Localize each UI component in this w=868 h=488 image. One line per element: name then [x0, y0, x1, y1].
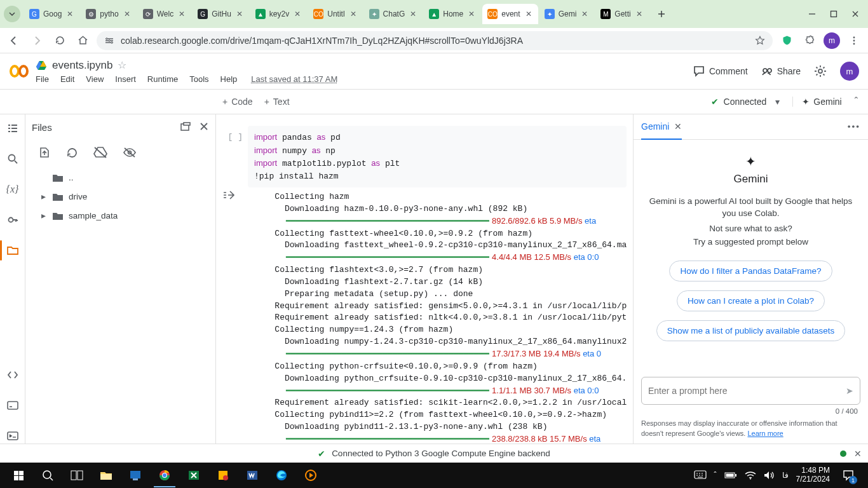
taskbar-clock[interactable]: 1:48 PM 7/21/2024: [796, 466, 830, 484]
add-text-button[interactable]: +Text: [264, 97, 290, 107]
nav-back-button[interactable]: [5, 32, 23, 50]
files-tree-item[interactable]: ▸drive: [25, 187, 215, 206]
files-newwindow-icon[interactable]: [180, 121, 191, 133]
notebook-title[interactable]: events.ipynb: [52, 59, 112, 72]
gemini-tab[interactable]: Gemini ✕: [641, 114, 682, 140]
taskbar-app-2[interactable]: [208, 463, 238, 487]
tab-close-icon[interactable]: ✕: [293, 10, 302, 18]
tab-close-icon[interactable]: ✕: [349, 10, 358, 18]
task-view-icon[interactable]: [62, 463, 92, 487]
toc-icon[interactable]: [5, 121, 20, 136]
browser-tab[interactable]: GGoog✕: [24, 4, 79, 24]
variables-icon[interactable]: {x}: [5, 182, 20, 197]
send-icon[interactable]: ➤: [846, 386, 853, 396]
taskbar-media[interactable]: [296, 463, 325, 487]
snippets-icon[interactable]: [5, 367, 20, 383]
taskbar-chrome[interactable]: [150, 463, 179, 487]
start-button[interactable]: [4, 463, 33, 487]
browser-tab[interactable]: ⚙pytho✕: [81, 4, 136, 24]
chevron-down-icon[interactable]: ▾: [771, 97, 783, 107]
terminal-icon[interactable]: [5, 428, 20, 444]
tab-close-icon[interactable]: ✕: [524, 10, 533, 18]
browser-tab[interactable]: ✦Gemi✕: [539, 4, 595, 24]
browser-tab[interactable]: ⟳Welc✕: [138, 4, 191, 24]
learn-more-link[interactable]: Learn more: [747, 430, 783, 437]
menu-tools[interactable]: Tools: [189, 74, 208, 84]
files-close-icon[interactable]: [199, 121, 209, 133]
gemini-menu-icon[interactable]: •••: [848, 122, 860, 132]
browser-tab[interactable]: GGitHu✕: [193, 4, 249, 24]
system-tray[interactable]: ˆ فا 1:48 PM 7/21/2024 1: [694, 464, 864, 486]
site-info-icon[interactable]: [104, 36, 114, 46]
menu-edit[interactable]: Edit: [60, 74, 74, 84]
output-tools-icon[interactable]: [222, 187, 247, 444]
status-close-icon[interactable]: ✕: [854, 449, 862, 459]
browser-tab[interactable]: ▲key2v✕: [250, 4, 307, 24]
files-tree-item[interactable]: ▸sample_data: [25, 206, 215, 225]
extensions-icon[interactable]: [801, 32, 818, 50]
hidden-files-icon[interactable]: [123, 147, 137, 158]
menu-view[interactable]: View: [86, 74, 104, 84]
wifi-icon[interactable]: [745, 471, 756, 480]
chrome-menu-icon[interactable]: [845, 32, 863, 50]
share-button[interactable]: Share: [761, 65, 801, 78]
browser-tab[interactable]: ✦ChatG✕: [364, 4, 423, 24]
volume-icon[interactable]: [764, 471, 775, 480]
address-bar[interactable]: colab.research.google.com/drive/1mqam-qC…: [97, 31, 773, 50]
menu-insert[interactable]: Insert: [115, 74, 136, 84]
files-icon[interactable]: [5, 243, 20, 258]
gemini-suggestion-2[interactable]: Show me a list of publicly available dat…: [656, 320, 845, 341]
code-cell-input[interactable]: import pandas as pd import numpy as np i…: [248, 126, 627, 187]
star-icon[interactable]: ☆: [118, 59, 126, 71]
lang-indicator[interactable]: فا: [782, 471, 789, 480]
nav-home-button[interactable]: [74, 32, 92, 50]
taskbar-search[interactable]: [33, 463, 62, 487]
browser-tab[interactable]: COevent✕: [482, 4, 538, 24]
gemini-toggle[interactable]: ✦ Gemini: [802, 97, 841, 107]
nav-reload-button[interactable]: [51, 32, 69, 50]
menu-help[interactable]: Help: [220, 74, 238, 84]
notebook-area[interactable]: [ ] import pandas as pd import numpy as …: [216, 114, 633, 444]
chevron-up-icon[interactable]: ˆ: [851, 96, 862, 107]
taskbar-word[interactable]: [238, 463, 267, 487]
taskbar-excel[interactable]: [179, 463, 208, 487]
nav-forward-button[interactable]: [28, 32, 46, 50]
tab-close-icon[interactable]: ✕: [235, 10, 244, 18]
search-icon[interactable]: [5, 151, 20, 166]
files-tree-item[interactable]: ..: [25, 168, 215, 187]
tab-search-button[interactable]: [4, 6, 20, 22]
extension-privacy-icon[interactable]: [778, 32, 796, 50]
taskbar-explorer[interactable]: [92, 463, 121, 487]
tray-chevron-icon[interactable]: ˆ: [714, 471, 717, 480]
upload-icon[interactable]: [38, 146, 51, 159]
new-tab-button[interactable]: [653, 5, 670, 23]
settings-button[interactable]: [813, 64, 827, 78]
menu-file[interactable]: File: [36, 74, 49, 84]
runtime-status[interactable]: ✔ Connected ▾: [711, 97, 794, 107]
taskbar-app-1[interactable]: [121, 463, 150, 487]
add-code-button[interactable]: +Code: [222, 97, 253, 107]
tab-close-icon[interactable]: ✕: [65, 10, 74, 18]
taskbar-edge[interactable]: [267, 463, 296, 487]
tab-close-icon[interactable]: ✕: [177, 10, 186, 18]
mount-drive-icon[interactable]: [93, 146, 107, 159]
battery-icon[interactable]: [724, 471, 737, 479]
browser-tab[interactable]: ▲Home✕: [424, 4, 481, 24]
window-close[interactable]: [846, 5, 864, 23]
tab-close-icon[interactable]: ✕: [123, 10, 132, 18]
gemini-suggestion-0[interactable]: How do I filter a Pandas DataFrame?: [669, 261, 832, 281]
bookmark-star-icon[interactable]: [755, 36, 765, 46]
action-center-icon[interactable]: 1: [837, 464, 859, 486]
cell-gutter[interactable]: [ ]: [222, 126, 248, 187]
comment-button[interactable]: Comment: [693, 65, 748, 78]
refresh-icon[interactable]: [66, 147, 78, 159]
window-maximize[interactable]: [825, 5, 843, 23]
menu-runtime[interactable]: Runtime: [147, 74, 178, 84]
command-palette-icon[interactable]: [5, 398, 20, 413]
secrets-icon[interactable]: [5, 212, 20, 227]
tab-close-icon[interactable]: ✕: [635, 10, 644, 18]
window-minimize[interactable]: [803, 5, 821, 23]
tab-close-icon[interactable]: ✕: [467, 10, 476, 18]
browser-tab[interactable]: COUntitl✕: [308, 4, 362, 24]
profile-avatar[interactable]: m: [824, 32, 840, 49]
